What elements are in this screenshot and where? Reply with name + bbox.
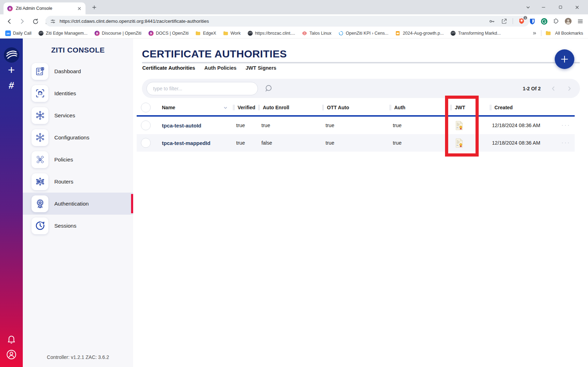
tab-auth-policies[interactable]: Auth Policies [204,65,237,71]
search-icon[interactable] [263,83,274,94]
url-text[interactable]: https://ctrl.cdaws.clint.demo.openziti.o… [60,19,488,24]
column-created[interactable]: Created [490,105,557,110]
browser-toolbar: https://ctrl.cdaws.clint.demo.openziti.o… [0,14,588,28]
bookmark-item[interactable]: Ziti Edge Managem... [36,29,90,37]
bookmark-item[interactable]: Transforming Markd... [448,29,503,37]
zoom-icon: zm [5,30,11,36]
bookmarks-overflow-icon[interactable] [532,30,537,36]
sidebar-item-label: Dashboard [54,68,81,75]
bookmark-item[interactable]: DOCS | OpenZiti [146,29,191,37]
add-certificate-authority-button[interactable] [555,49,574,69]
folder-icon [223,30,228,36]
column-auto-enroll[interactable]: Auto Enroll [258,105,322,110]
zac-app: + # ZITI CONSOLE DashboardIdentitiesServ… [0,39,588,367]
row-name[interactable]: tpca-test-autoId [152,123,233,129]
bookmark-label: Discourse | OpenZiti [102,31,142,36]
tab-search-button[interactable] [520,0,536,14]
column-jwt[interactable]: JWT [450,105,490,110]
brand-title: ZITI CONSOLE [23,46,133,54]
sidebar-item-identities[interactable]: Identities [23,82,133,104]
table-row: tpca-test-autoIdtruetruetruetrue12/18/20… [137,117,575,134]
bookmark-item[interactable]: EdgeX [193,29,219,37]
row-checkbox[interactable] [141,138,151,148]
sidebar-item-sessions[interactable]: Sessions [23,215,133,237]
url-bar[interactable]: https://ctrl.cdaws.clint.demo.openziti.o… [46,16,529,27]
share-icon[interactable] [501,18,507,25]
maximize-button[interactable] [552,0,568,14]
window-titlebar: Ziti Admin Console [0,0,588,14]
notifications-bell-icon[interactable] [0,334,23,344]
jwt-certificate-icon[interactable] [450,121,490,130]
row-checkbox[interactable] [141,120,151,130]
sort-chevron-icon[interactable] [223,105,228,110]
row-menu-button[interactable]: ··· [557,122,575,129]
rail-hash-button[interactable]: # [0,81,23,90]
configurations-icon [32,129,48,146]
bookmark-label: Talos Linux [309,31,331,36]
minimize-button[interactable] [535,0,552,14]
bookmark-label: Ziti Edge Managem... [46,31,88,36]
extensions-puzzle-icon[interactable] [553,18,560,25]
blue-ring-icon [338,30,344,36]
column-auth[interactable]: Auth [390,105,450,110]
password-key-icon[interactable] [488,18,495,25]
account-icon[interactable] [0,349,23,360]
brave-shield-icon[interactable]: 1 [518,18,525,25]
ziti-logo-icon[interactable] [4,47,19,63]
sidebar-item-services[interactable]: Services [23,104,133,126]
bookmark-item[interactable]: zmDaily Call [3,29,34,37]
profile-avatar[interactable] [565,18,572,25]
sidebar-item-label: Services [54,112,75,119]
cell-created: 12/18/2024 08:36 AM [490,140,557,146]
bookmark-label: 2024-Aug-growth.p... [403,31,444,36]
sidebar-item-dashboard[interactable]: Dashboard [23,60,133,82]
bookmark-item[interactable]: Work [220,29,243,37]
sidebar-item-authentication[interactable]: Authentication [23,193,133,215]
forward-button[interactable] [18,17,27,26]
tab-certificate-authorities[interactable]: Certificate Authorities [142,65,195,71]
page-title: CERTIFICATE AUTHORITIES [142,48,287,60]
browser-tab[interactable]: Ziti Admin Console [4,2,86,14]
grammarly-extension-icon[interactable] [541,18,548,25]
page-prev-icon[interactable] [550,85,557,92]
bookmark-item[interactable]: OpenZiti KPI › Cens... [336,29,391,37]
row-menu-button[interactable]: ··· [557,139,575,146]
tab-close-icon[interactable] [77,6,82,11]
bookmark-label: OpenZiti KPI › Cens... [346,31,389,36]
column-verified[interactable]: Verified [233,105,258,110]
column-name[interactable]: Name [152,105,233,110]
row-name[interactable]: tpca-test-mappedId [152,140,233,146]
table-header: Name Verified Auto Enroll OTT Auto Auth … [137,100,575,115]
sidebar-item-policies[interactable]: Policies [23,148,133,171]
bookmarks-bar: zmDaily CallZiti Edge Managem...Discours… [0,28,588,39]
bookmark-item[interactable]: https://brozac.clint.... [245,29,298,37]
select-all-checkbox[interactable] [141,103,151,112]
jwt-certificate-icon[interactable] [450,138,490,148]
cell-created: 12/18/2024 08:36 AM [490,123,557,128]
ca-table: Name Verified Auto Enroll OTT Auto Auth … [137,100,575,152]
sidebar-item-routers[interactable]: Routers [23,171,133,193]
new-tab-button[interactable] [90,4,98,11]
rail-add-button[interactable]: + [0,64,23,76]
back-button[interactable] [5,17,14,26]
bookmark-item[interactable]: Discourse | OpenZiti [92,29,144,37]
close-button[interactable] [569,0,585,14]
tab-jwt-signers[interactable]: JWT Signers [246,65,276,71]
reload-button[interactable] [31,17,40,26]
column-ott-auto[interactable]: OTT Auto [322,105,390,110]
bitwarden-extension-icon[interactable] [529,18,536,25]
sidebar-item-label: Configurations [54,134,89,141]
site-settings-icon[interactable] [50,18,56,25]
bookmark-label: EdgeX [203,31,216,36]
services-icon [32,107,48,124]
openziti-icon [148,30,154,36]
page-next-icon[interactable] [566,85,573,92]
sidebar-item-label: Policies [54,157,73,163]
filter-input[interactable] [146,82,258,95]
all-bookmarks-label[interactable]: All Bookmarks [555,31,583,36]
sidebar-item-configurations[interactable]: Configurations [23,126,133,148]
menu-hamburger-icon[interactable] [577,18,584,25]
authentication-icon [32,195,48,212]
bookmark-item[interactable]: Talos Linux [299,29,334,37]
bookmark-item[interactable]: 2024-Aug-growth.p... [392,29,446,37]
